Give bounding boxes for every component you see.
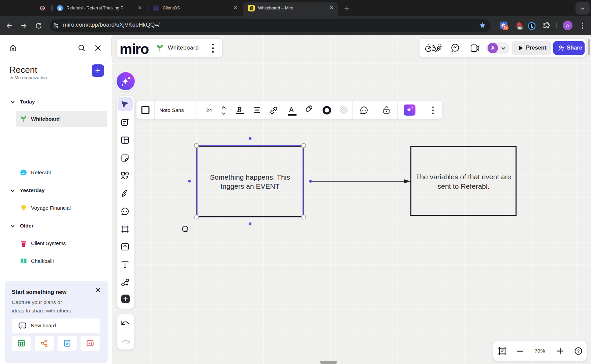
svg-text:R: R — [58, 6, 61, 11]
svg-text:95: 95 — [518, 26, 522, 30]
svg-text:?: ? — [577, 348, 580, 354]
svg-text:9+: 9+ — [504, 26, 508, 30]
